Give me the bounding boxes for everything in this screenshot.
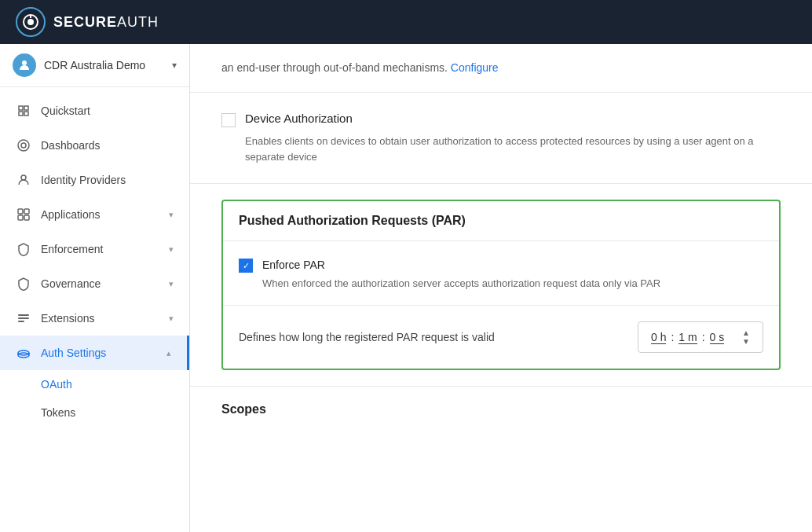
minutes-value: 1 m [678, 331, 697, 343]
sidebar-sub-item-oauth[interactable]: OAuth [0, 370, 189, 398]
device-auth-header: Device Authorization [221, 112, 781, 127]
spinner-down-icon[interactable]: ▼ [742, 337, 750, 346]
svg-point-1 [27, 19, 34, 25]
applications-chevron-icon: ▾ [169, 210, 174, 220]
sidebar-item-dashboards[interactable]: Dashboards [0, 128, 189, 163]
extensions-icon [16, 310, 31, 326]
sidebar-item-governance-label: Governance [41, 277, 159, 290]
sidebar-sub-item-tokens[interactable]: Tokens [0, 398, 189, 427]
time-sep-1: : [671, 331, 674, 343]
sidebar-item-applications[interactable]: Applications ▾ [0, 197, 189, 232]
sidebar-sub-item-oauth-label: OAuth [41, 378, 72, 391]
minutes-segment: 1 m [678, 331, 697, 344]
svg-point-3 [22, 61, 27, 65]
enforce-par-description: When enforced the authorization server a… [262, 277, 763, 289]
svg-rect-8 [24, 209, 29, 214]
sidebar-sub-item-tokens-label: Tokens [41, 406, 75, 419]
main-layout: CDR Australia Demo ▾ Quickstart [0, 44, 812, 532]
sidebar-item-identity-providers[interactable]: Identity Providers [0, 163, 189, 197]
top-partial-text: an end-user through out-of-band mechanis… [221, 61, 448, 74]
logo-text: SECUREAUTH [53, 14, 159, 31]
seconds-underline [710, 343, 725, 344]
par-section: Pushed Authorization Requests (PAR) Enfo… [221, 200, 781, 370]
extensions-chevron-icon: ▾ [169, 314, 174, 324]
main-content: an end-user through out-of-band mechanis… [190, 44, 812, 532]
hours-segment: 0 h [651, 331, 666, 344]
svg-rect-10 [24, 215, 29, 220]
par-duration-row: Defines how long the registered PAR requ… [223, 306, 779, 369]
navbar: SECUREAUTH [0, 0, 812, 44]
spinner-up-icon[interactable]: ▲ [742, 328, 750, 337]
par-enforce-row: Enforce PAR When enforced the authorizat… [223, 241, 779, 306]
sidebar: CDR Australia Demo ▾ Quickstart [0, 44, 190, 532]
par-duration-label: Defines how long the registered PAR requ… [239, 331, 495, 343]
seconds-value: 0 s [710, 331, 725, 343]
sidebar-item-applications-label: Applications [41, 208, 159, 221]
sidebar-item-dashboards-label: Dashboards [41, 139, 174, 152]
top-partial-section: an end-user through out-of-band mechanis… [190, 44, 812, 93]
svg-rect-7 [18, 209, 23, 214]
hours-underline [651, 343, 666, 344]
auth-settings-icon [16, 345, 31, 361]
sidebar-item-auth-settings-label: Auth Settings [41, 347, 157, 359]
governance-icon [16, 276, 31, 292]
svg-rect-9 [18, 215, 23, 220]
sidebar-nav: Quickstart Dashboards [0, 87, 189, 532]
device-auth-checkbox[interactable] [221, 113, 236, 127]
enforce-par-label: Enforce PAR [262, 259, 325, 271]
enforce-par-checkbox[interactable] [239, 259, 253, 273]
svg-point-4 [18, 140, 29, 151]
workspace-icon [13, 53, 36, 77]
svg-rect-12 [18, 317, 29, 319]
enforcement-icon [16, 241, 31, 257]
par-body: Enforce PAR When enforced the authorizat… [223, 241, 779, 369]
applications-icon [16, 207, 31, 222]
content-inner: an end-user through out-of-band mechanis… [190, 44, 812, 432]
device-auth-description: Enables clients on devices to obtain use… [245, 134, 781, 164]
identity-providers-icon [16, 172, 31, 188]
device-auth-title: Device Authorization [245, 112, 353, 125]
dashboards-icon [16, 138, 31, 153]
par-header: Pushed Authorization Requests (PAR) [223, 201, 779, 241]
scopes-title: Scopes [221, 402, 266, 416]
minutes-underline [678, 343, 697, 344]
sidebar-item-quickstart-label: Quickstart [41, 105, 174, 117]
workspace-chevron-icon: ▾ [172, 60, 177, 71]
workspace-name: CDR Australia Demo [44, 59, 164, 72]
hours-value: 0 h [651, 331, 666, 343]
par-title: Pushed Authorization Requests (PAR) [239, 214, 466, 227]
par-duration-input[interactable]: 0 h : 1 m : 0 s [638, 321, 763, 353]
svg-rect-11 [18, 314, 29, 316]
configure-link[interactable]: Configure [451, 61, 499, 74]
scopes-section: Scopes [190, 386, 812, 432]
svg-point-5 [21, 143, 26, 148]
quickstart-icon [16, 103, 31, 119]
governance-chevron-icon: ▾ [169, 279, 174, 289]
sidebar-item-auth-settings[interactable]: Auth Settings ▴ [0, 336, 189, 370]
enforcement-chevron-icon: ▾ [169, 244, 174, 255]
logo: SECUREAUTH [16, 7, 159, 37]
sidebar-item-extensions[interactable]: Extensions ▾ [0, 301, 189, 336]
logo-icon [16, 7, 46, 37]
sidebar-item-enforcement-label: Enforcement [41, 243, 159, 255]
svg-rect-13 [18, 321, 24, 322]
sidebar-item-extensions-label: Extensions [41, 312, 159, 325]
auth-settings-chevron-icon: ▴ [166, 348, 171, 358]
seconds-segment: 0 s [710, 331, 725, 344]
sidebar-item-quickstart[interactable]: Quickstart [0, 94, 189, 128]
time-spinner[interactable]: ▲ ▼ [742, 328, 750, 346]
sidebar-item-identity-providers-label: Identity Providers [41, 174, 174, 186]
time-sep-2: : [702, 331, 705, 343]
time-value: 0 h : 1 m : 0 s [651, 331, 724, 344]
device-authorization-section: Device Authorization Enables clients on … [190, 93, 812, 184]
workspace-selector[interactable]: CDR Australia Demo ▾ [0, 44, 189, 87]
sidebar-item-governance[interactable]: Governance ▾ [0, 266, 189, 301]
svg-point-6 [21, 175, 26, 180]
sidebar-item-enforcement[interactable]: Enforcement ▾ [0, 232, 189, 266]
par-enforce-header: Enforce PAR [239, 257, 763, 273]
